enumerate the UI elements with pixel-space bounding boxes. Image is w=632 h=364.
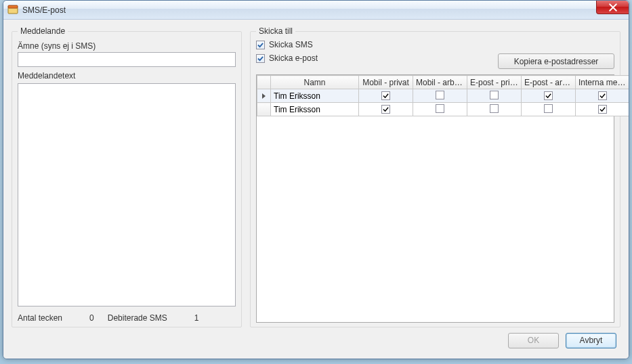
- cell-checkbox[interactable]: [436, 91, 444, 99]
- cancel-button[interactable]: Avbryt: [566, 333, 616, 348]
- cell-checkbox[interactable]: [436, 104, 444, 113]
- cell-checkbox[interactable]: [381, 91, 390, 100]
- cell-mobil-privat[interactable]: [359, 89, 413, 103]
- row-indicator[interactable]: [257, 89, 271, 103]
- col-interna-medd[interactable]: Interna medd...: [576, 76, 630, 89]
- client-area: Meddelande Ämne (syns ej i SMS) Meddelan…: [3, 20, 629, 359]
- cell-checkbox[interactable]: [490, 104, 499, 113]
- row-header-blank[interactable]: [257, 76, 271, 89]
- char-count-value: 0: [89, 313, 94, 323]
- checkbox-icon: [256, 54, 265, 63]
- recipients-grid[interactable]: Namn Mobil - privat Mobil - arbete E-pos…: [256, 74, 614, 323]
- close-button[interactable]: [596, 1, 629, 14]
- row-indicator[interactable]: [257, 103, 271, 116]
- cell-interna[interactable]: [576, 103, 630, 116]
- col-mobil-privat[interactable]: Mobil - privat: [359, 76, 413, 89]
- copy-email-addresses-button[interactable]: Kopiera e-postadresser: [498, 53, 614, 69]
- skicka-till-legend: Skicka till: [256, 26, 295, 36]
- dialog-button-bar: OK Avbryt: [12, 327, 620, 353]
- cell-mobil-privat[interactable]: [359, 103, 413, 116]
- cell-epost-privat[interactable]: [467, 89, 522, 103]
- cell-epost-privat[interactable]: [467, 103, 522, 116]
- messagetext-label: Meddelandetext: [18, 71, 236, 81]
- sms-count-value: 1: [194, 313, 199, 323]
- sms-count-label: Debiterade SMS: [108, 313, 167, 323]
- cell-checkbox[interactable]: [490, 91, 499, 99]
- col-epost-arbete[interactable]: E-post - arbete: [522, 76, 576, 89]
- cell-epost-arbete[interactable]: [522, 89, 576, 103]
- messagetext-input[interactable]: [18, 83, 236, 306]
- send-sms-checkbox[interactable]: Skicka SMS: [256, 40, 318, 49]
- send-sms-label: Skicka SMS: [269, 40, 313, 49]
- app-icon: [7, 5, 18, 16]
- cell-checkbox[interactable]: [381, 105, 390, 114]
- meddelande-group: Meddelande Ämne (syns ej i SMS) Meddelan…: [12, 26, 242, 327]
- col-namn[interactable]: Namn: [271, 76, 359, 89]
- cell-checkbox[interactable]: [598, 91, 607, 100]
- skicka-till-group: Skicka till Skicka SMS: [250, 26, 620, 327]
- ok-button[interactable]: OK: [508, 333, 559, 348]
- cell-interna[interactable]: [576, 89, 630, 103]
- cell-checkbox[interactable]: [544, 91, 553, 100]
- send-email-label: Skicka e-post: [269, 53, 318, 63]
- col-mobil-arbete[interactable]: Mobil - arbete: [413, 76, 467, 89]
- char-count-label: Antal tecken: [18, 313, 62, 323]
- subject-label: Ämne (syns ej i SMS): [18, 41, 236, 51]
- table-row[interactable]: Tim Eriksson: [257, 103, 630, 116]
- checkbox-icon: [256, 41, 265, 49]
- meddelande-legend: Meddelande: [18, 26, 68, 36]
- svg-rect-1: [8, 5, 18, 8]
- cell-checkbox[interactable]: [544, 104, 553, 113]
- cell-epost-arbete[interactable]: [522, 103, 576, 116]
- cell-checkbox[interactable]: [598, 105, 607, 114]
- cell-mobil-arbete[interactable]: [413, 89, 467, 103]
- send-email-checkbox[interactable]: Skicka e-post: [256, 53, 318, 63]
- sms-epost-window: SMS/E-post Meddelande Ämne (syns ej i SM…: [3, 0, 629, 359]
- cell-name[interactable]: Tim Eriksson: [271, 103, 359, 116]
- cell-mobil-arbete[interactable]: [413, 103, 467, 116]
- col-epost-privat[interactable]: E-post - privat: [467, 76, 522, 89]
- titlebar[interactable]: SMS/E-post: [3, 1, 629, 20]
- cell-name[interactable]: Tim Eriksson: [271, 89, 359, 103]
- window-title: SMS/E-post: [22, 5, 66, 15]
- table-row[interactable]: Tim Eriksson: [257, 89, 630, 103]
- subject-input[interactable]: [18, 52, 236, 67]
